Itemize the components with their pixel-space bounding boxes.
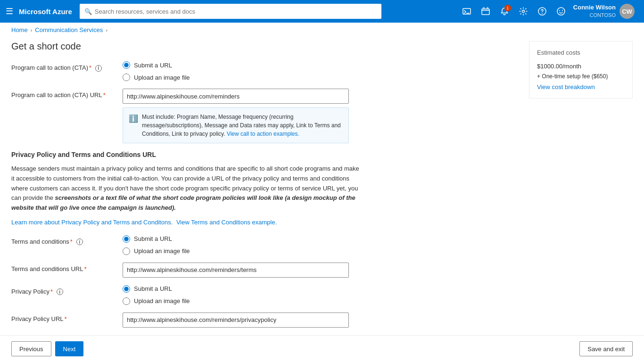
privacy-url-control <box>123 313 379 328</box>
cta-info-box: ℹ️ Must include: Program Name, Message f… <box>123 107 349 143</box>
terms-url-option[interactable]: Submit a URL <box>123 235 379 243</box>
cta-image-option[interactable]: Upload an image file <box>123 74 379 81</box>
terms-url-control <box>123 263 379 278</box>
user-org: CONTOSO <box>573 12 616 18</box>
privacy-image-label: Upload an image file <box>134 297 190 304</box>
program-cta-url-row: Program call to action (CTA) URL* ℹ️ Mus… <box>11 89 379 143</box>
terms-example-link[interactable]: View Terms and Conditions example. <box>176 219 277 226</box>
notification-badge: 1 <box>504 5 511 11</box>
breadcrumb-sep-1: › <box>31 27 33 33</box>
terms-radio-group: Submit a URL Upload an image file <box>123 235 379 255</box>
terms-image-radio[interactable] <box>123 247 130 255</box>
breadcrumb-section[interactable]: Communication Services <box>35 26 103 33</box>
next-button[interactable]: Next <box>55 341 84 356</box>
terms-control: Submit a URL Upload an image file <box>123 235 379 255</box>
topnav: ☰ Microsoft Azure 🔍 1 Connie Wilson CONT… <box>0 0 644 23</box>
terms-url-label: Submit a URL <box>134 235 172 242</box>
cta-image-radio[interactable] <box>123 74 130 81</box>
program-cta-url-control: ℹ️ Must include: Program Name, Message f… <box>123 89 379 143</box>
program-cta-info-icon[interactable]: i <box>95 65 102 72</box>
privacy-url-row: Privacy Policy URL* <box>11 313 379 328</box>
privacy-desc-bold: screenshots or a text file of what the s… <box>11 194 355 211</box>
privacy-section-heading: Privacy Policy and Terms and Conditions … <box>11 151 379 158</box>
svg-point-5 <box>522 10 524 13</box>
svg-point-8 <box>557 8 565 15</box>
notifications-icon[interactable]: 1 <box>496 3 513 20</box>
topnav-icons: 1 <box>458 3 570 20</box>
costs-panel: Estimated costs $1000.00/month + One-tim… <box>529 41 633 99</box>
privacy-image-radio[interactable] <box>123 297 130 305</box>
search-bar[interactable]: 🔍 <box>80 4 381 19</box>
program-cta-url-input[interactable] <box>123 89 349 104</box>
privacy-policy-label: Privacy Policy* i <box>11 285 115 296</box>
privacy-url-input[interactable] <box>123 313 349 328</box>
cta-url-label: Submit a URL <box>134 62 172 69</box>
terms-image-label: Upload an image file <box>134 247 190 255</box>
terms-label: Terms and conditions* i <box>11 235 115 246</box>
terms-image-option[interactable]: Upload an image file <box>123 247 379 255</box>
privacy-url-radio[interactable] <box>123 285 130 293</box>
svg-point-3 <box>483 8 484 9</box>
hamburger-menu-icon[interactable]: ☰ <box>6 6 13 16</box>
privacy-policy-control: Submit a URL Upload an image file <box>123 285 379 305</box>
program-cta-label: Program call to action (CTA)* i <box>11 61 115 72</box>
footer-left: Previous Next <box>11 341 83 356</box>
user-name: Connie Wilson <box>573 4 616 12</box>
search-input[interactable] <box>95 8 377 15</box>
costs-title: Estimated costs <box>537 49 625 56</box>
directory-icon[interactable] <box>477 3 494 20</box>
cta-url-radio[interactable] <box>123 61 130 69</box>
app-logo: Microsoft Azure <box>19 8 72 16</box>
user-info: Connie Wilson CONTOSO <box>573 4 616 18</box>
form-section: Program call to action (CTA)* i Submit a… <box>11 61 379 328</box>
privacy-policy-info-icon[interactable]: i <box>57 288 63 295</box>
terms-url-row: Terms and conditions URL* <box>11 263 379 278</box>
feedback-icon[interactable] <box>553 3 570 20</box>
privacy-image-option[interactable]: Upload an image file <box>123 297 379 305</box>
breadcrumb: Home › Communication Services › <box>0 23 644 37</box>
info-box-icon: ℹ️ <box>129 113 138 124</box>
costs-breakdown-link[interactable]: View cost breakdown <box>537 83 625 90</box>
previous-button[interactable]: Previous <box>11 341 51 356</box>
terms-url-input[interactable] <box>123 263 349 278</box>
main-content: Get a short code Program call to action … <box>0 37 644 335</box>
privacy-url-label: Submit a URL <box>134 285 172 292</box>
cta-image-label: Upload an image file <box>134 74 190 81</box>
footer: Previous Next Save and exit <box>0 335 644 362</box>
cloud-shell-icon[interactable] <box>458 3 475 20</box>
svg-point-7 <box>542 13 543 14</box>
user-profile[interactable]: Connie Wilson CONTOSO CW <box>570 0 638 23</box>
terms-url-label-text: Terms and conditions URL* <box>11 263 115 272</box>
program-cta-control: Submit a URL Upload an image file <box>123 61 379 81</box>
help-icon[interactable] <box>534 3 551 20</box>
avatar: CW <box>619 4 635 19</box>
privacy-learn-more-link[interactable]: Learn more about Privacy Policy and Term… <box>11 219 173 226</box>
breadcrumb-sep-2: › <box>106 27 107 33</box>
privacy-policy-row: Privacy Policy* i Submit a URL Upload an… <box>11 285 379 305</box>
program-cta-row: Program call to action (CTA)* i Submit a… <box>11 61 379 81</box>
privacy-url-label-text: Privacy Policy URL* <box>11 313 115 322</box>
privacy-url-option[interactable]: Submit a URL <box>123 285 379 293</box>
settings-icon[interactable] <box>515 3 532 20</box>
breadcrumb-home[interactable]: Home <box>11 26 28 33</box>
section-links: Learn more about Privacy Policy and Term… <box>11 219 379 226</box>
terms-url-radio[interactable] <box>123 235 130 243</box>
terms-row: Terms and conditions* i Submit a URL Upl… <box>11 235 379 255</box>
program-cta-radio-group: Submit a URL Upload an image file <box>123 61 379 81</box>
cta-url-option[interactable]: Submit a URL <box>123 61 379 69</box>
footer-right: Save and exit <box>579 341 633 356</box>
costs-amount: $1000.00/month <box>537 59 625 71</box>
svg-point-4 <box>487 8 488 9</box>
save-exit-button[interactable]: Save and exit <box>579 341 633 356</box>
costs-setup: + One-time setup fee ($650) <box>537 73 625 80</box>
search-icon: 🔍 <box>84 8 92 15</box>
privacy-section-desc: Message senders must maintain a privacy … <box>11 164 360 213</box>
terms-info-icon[interactable]: i <box>76 239 83 245</box>
privacy-radio-group: Submit a URL Upload an image file <box>123 285 379 305</box>
svg-rect-2 <box>482 9 489 15</box>
info-box-link[interactable]: View call to action examples. <box>227 131 299 137</box>
program-cta-url-label: Program call to action (CTA) URL* <box>11 89 115 99</box>
